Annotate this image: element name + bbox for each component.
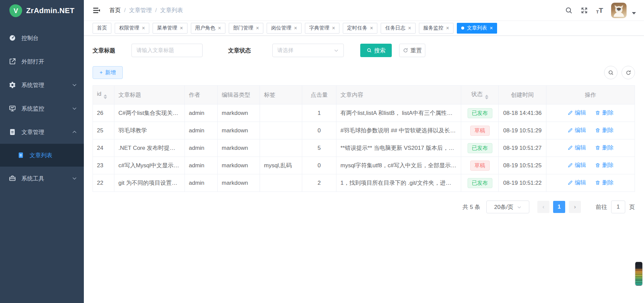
tab[interactable]: 首页 xyxy=(93,23,111,34)
status-filter-select[interactable]: 请选择 xyxy=(272,44,344,57)
article-content: 有两个list,listA 和listB， listA中有三个属性列为St... xyxy=(336,104,461,122)
delete-link[interactable]: 删除 xyxy=(595,179,614,186)
column-header-label: 文章标题 xyxy=(118,92,141,98)
user-menu-caret-icon[interactable] xyxy=(632,12,636,14)
id: 23 xyxy=(93,157,114,174)
trash-icon xyxy=(595,145,600,150)
app-root: V ZrAdmin.NET 控制台外部打开系统管理系统监控文章管理文章列表系统工… xyxy=(0,0,644,303)
tab-close-icon[interactable]: × xyxy=(142,26,145,31)
actions-cell: 编辑删除 xyxy=(546,174,635,192)
edit-link[interactable]: 编辑 xyxy=(568,144,586,152)
table-row: 26C#两个list集合实现关联，...adminmarkdown1有两个lis… xyxy=(93,104,635,122)
fullscreen-icon[interactable] xyxy=(581,7,588,14)
tab-close-icon[interactable]: × xyxy=(294,26,297,31)
edit-link[interactable]: 编辑 xyxy=(568,179,586,186)
edit-link[interactable]: 编辑 xyxy=(568,126,586,134)
add-button-label: 新增 xyxy=(105,69,116,76)
search-button[interactable]: 搜索 xyxy=(360,44,392,57)
delete-link[interactable]: 删除 xyxy=(595,161,614,169)
tab-label: 定时任务 xyxy=(347,25,367,31)
column-header[interactable]: id xyxy=(93,86,114,104)
goto-page-input[interactable] xyxy=(611,201,625,213)
created-time: 08-19 10:51:25 xyxy=(499,157,546,174)
sort-caret-icon[interactable] xyxy=(104,94,107,99)
column-header[interactable]: 状态 xyxy=(461,86,499,104)
tab[interactable]: 权限管理× xyxy=(115,23,149,34)
breadcrumb-item[interactable]: 首页 xyxy=(109,6,121,14)
sidebar-item[interactable]: 系统管理 xyxy=(0,73,84,97)
tab[interactable]: 菜单管理× xyxy=(153,23,187,34)
tab[interactable]: 用户角色× xyxy=(191,23,225,34)
tab-close-icon[interactable]: × xyxy=(408,26,411,31)
tab-close-icon[interactable]: × xyxy=(218,26,221,31)
sidebar-item[interactable]: 文章管理 xyxy=(0,120,84,144)
add-button[interactable]: + 新增 xyxy=(93,66,123,79)
sidebar: V ZrAdmin.NET 控制台外部打开系统管理系统监控文章管理文章列表系统工… xyxy=(0,0,84,303)
edit-link[interactable]: 编辑 xyxy=(568,109,586,117)
delete-link[interactable]: 删除 xyxy=(595,126,614,134)
sort-caret-icon[interactable] xyxy=(485,95,488,99)
next-page-button[interactable]: › xyxy=(569,201,581,213)
sidebar-item[interactable]: 控制台 xyxy=(0,26,84,50)
edit-link[interactable]: 编辑 xyxy=(568,161,586,169)
title-filter-label: 文章标题 xyxy=(93,47,115,54)
tab[interactable]: 岗位管理× xyxy=(267,23,301,34)
tab-close-icon[interactable]: × xyxy=(256,26,259,31)
sidebar-item[interactable]: 系统监控 xyxy=(0,97,84,120)
scroll-progress-widget[interactable] xyxy=(635,262,642,286)
page-number-button[interactable]: 1 xyxy=(553,201,565,213)
articles-table: id文章标题作者编辑器类型标签点击量文章内容状态创建时间操作 26C#两个lis… xyxy=(93,85,635,192)
sidebar-item[interactable]: 系统工具 xyxy=(0,167,84,190)
sidebar-item-label: 系统工具 xyxy=(21,175,72,182)
delete-link[interactable]: 删除 xyxy=(595,109,614,117)
tab-close-icon[interactable]: × xyxy=(180,26,183,31)
logo: V ZrAdmin.NET xyxy=(0,0,84,21)
status-badge: 已发布 xyxy=(468,143,492,153)
page-size-select[interactable]: 20条/页 xyxy=(486,201,529,213)
tab[interactable]: 文章列表× xyxy=(457,23,497,34)
prev-page-button[interactable]: ‹ xyxy=(537,201,549,213)
toggle-search-button[interactable] xyxy=(604,66,618,79)
article-title: C#两个list集合实现关联，... xyxy=(114,104,185,122)
title-filter-input[interactable] xyxy=(131,44,203,57)
tab-close-icon[interactable]: × xyxy=(490,26,493,31)
tab[interactable]: 定时任务× xyxy=(343,23,377,34)
article-title: .NET Core 发布时提示.NET... xyxy=(114,139,185,157)
created-time: 08-19 10:51:27 xyxy=(499,139,546,157)
avatar[interactable] xyxy=(611,3,627,18)
refresh-button[interactable] xyxy=(622,66,635,79)
tab-close-icon[interactable]: × xyxy=(370,26,373,31)
status-badge: 草稿 xyxy=(470,161,490,171)
status-badge: 已发布 xyxy=(468,108,492,118)
status-cell: 已发布 xyxy=(461,104,499,122)
status-cell: 草稿 xyxy=(461,122,499,139)
search-button-label: 搜索 xyxy=(374,47,386,54)
article-title: git 为不同的项目设置不同... xyxy=(114,174,185,192)
delete-link[interactable]: 删除 xyxy=(595,144,614,152)
sidebar-collapse-icon[interactable] xyxy=(93,6,101,14)
column-header: 标签 xyxy=(260,86,302,104)
font-size-icon[interactable]: TT xyxy=(596,6,603,14)
sidebar-item-label: 外部打开 xyxy=(21,58,77,66)
tab[interactable]: 任务日志× xyxy=(381,23,415,34)
tab-close-icon[interactable]: × xyxy=(332,26,335,31)
search-icon[interactable] xyxy=(565,7,573,14)
tab[interactable]: 服务监控× xyxy=(419,23,453,34)
id: 22 xyxy=(93,174,114,192)
column-header: 作者 xyxy=(185,86,218,104)
pencil-icon xyxy=(568,110,573,116)
trash-icon xyxy=(595,128,600,133)
tab[interactable]: 部门管理× xyxy=(229,23,263,34)
sidebar-item[interactable]: 外部打开 xyxy=(0,50,84,73)
sidebar-subitem-label: 文章列表 xyxy=(30,152,52,159)
tab-label: 文章列表 xyxy=(467,25,487,31)
plus-icon: + xyxy=(100,70,103,76)
tab-close-icon[interactable]: × xyxy=(446,26,449,31)
table-header-row: id文章标题作者编辑器类型标签点击量文章内容状态创建时间操作 xyxy=(93,86,635,104)
sidebar-subitem[interactable]: 文章列表 xyxy=(0,144,84,167)
column-header: 操作 xyxy=(546,86,635,104)
column-header-label: 作者 xyxy=(189,92,200,98)
tab[interactable]: 字典管理× xyxy=(305,23,339,34)
document-icon xyxy=(17,152,24,159)
reset-button[interactable]: 重置 xyxy=(399,44,425,57)
